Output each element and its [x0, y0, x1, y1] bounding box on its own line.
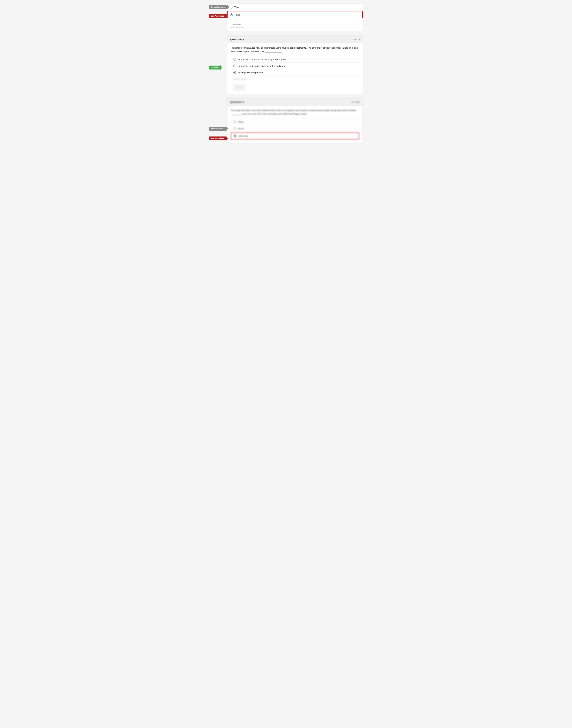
select-answer-label: Select Answer	[209, 127, 226, 131]
q4-option-1-label: offset	[238, 120, 244, 123]
q4-option-3-label: strike-slip	[238, 135, 248, 137]
q4-radio-1	[233, 120, 236, 123]
correct-answer-label: Correct Answer	[209, 5, 227, 9]
option-magnitude-label: earthquake magnitude	[238, 71, 263, 74]
q4-you-answered-label: You Answered	[209, 137, 226, 141]
incorrect-tooltip: incorrect	[230, 21, 244, 27]
option-true-label: True	[234, 6, 239, 9]
option-blurred-4: blurred option	[231, 76, 359, 82]
q4-option-3: strike-slip	[231, 133, 359, 140]
question-3-points: 1 / 1 pts	[352, 38, 360, 41]
radio-radioactive	[233, 65, 236, 67]
q4-option-2-label: thrust	[238, 127, 244, 130]
q4-option-1: offset	[231, 118, 359, 125]
radio-true	[230, 6, 232, 9]
question-4-text: The large left step in the San Andreas f…	[231, 109, 359, 115]
question-4-title: Question 4	[230, 100, 244, 103]
option-magnitude: earthquake magnitude	[231, 69, 359, 76]
option-radioactive-label: amount of radioactive material in the se…	[238, 65, 285, 67]
question-3-text: Prehistoric earthquakes may be interpret…	[231, 46, 359, 53]
question-4-block: Question 4 0 / 1 pts The large left step…	[227, 98, 363, 143]
option-radioactive: amount of radioactive material in the se…	[231, 63, 359, 69]
q4-option-2: thrust	[231, 125, 359, 132]
blurred-tooltip-text: correct	[236, 86, 243, 89]
blurred-option-text: blurred option	[233, 78, 247, 80]
option-time-label: amount of time since the last major eart…	[238, 58, 286, 61]
option-false: False	[227, 11, 363, 18]
question-3-header: Question 3 1 / 1 pts	[227, 36, 363, 43]
option-false-label: False	[235, 13, 240, 16]
q4-radio-3-dot	[234, 135, 236, 137]
radio-false-dot	[231, 14, 232, 15]
question-4-body: The large left step in the San Andreas f…	[227, 106, 363, 143]
question-3-body: Prehistoric earthquakes may be interpret…	[227, 43, 363, 94]
radio-time	[233, 58, 236, 61]
incorrect-tooltip-text: incorrect	[233, 23, 241, 25]
q4-radio-3	[234, 135, 236, 137]
radio-magnitude-dot	[234, 72, 235, 73]
option-time: amount of time since the last major eart…	[231, 56, 359, 63]
radio-magnitude	[233, 71, 236, 74]
question-4-header: Question 4 0 / 1 pts	[227, 98, 363, 106]
q4-radio-2	[233, 127, 236, 130]
question-3-block: Question 3 1 / 1 pts Prehistoric earthqu…	[227, 35, 363, 94]
question-4-points: 0 / 1 pts	[352, 100, 360, 103]
correct-label: Correct!	[209, 66, 220, 70]
question-3-title: Question 3	[230, 38, 244, 41]
you-answered-label: You Answered	[209, 14, 226, 18]
option-true: True	[227, 4, 363, 10]
blurred-tooltip: correct	[233, 84, 246, 91]
radio-false	[230, 13, 233, 16]
